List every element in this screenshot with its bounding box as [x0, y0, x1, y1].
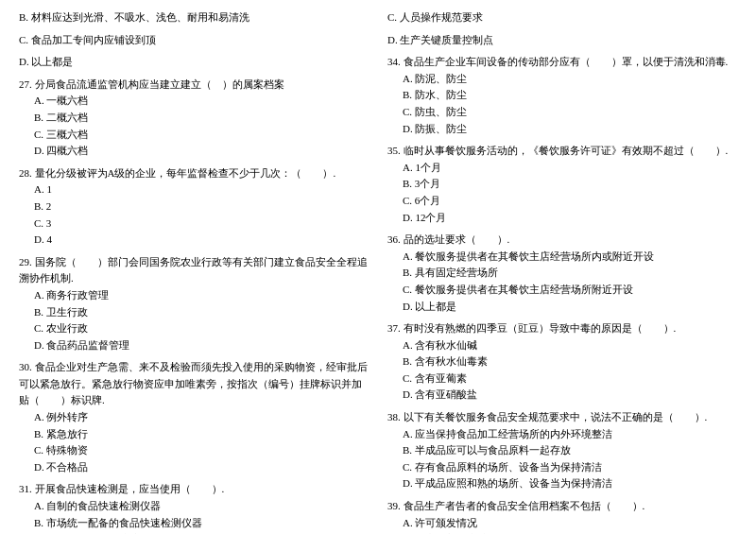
- question-text: 34. 食品生产企业车间设备的传动部分应有（ ）罩，以便于清洗和消毒.: [387, 54, 737, 71]
- question-block: 27. 分局食品流通监管机构应当建立建立（ ）的属案档案A. 一概六档B. 二概…: [19, 77, 369, 160]
- question-block: D. 生产关键质量控制点: [387, 32, 737, 49]
- question-text: 37. 有时没有熟燃的四季豆（豇豆）导致中毒的原因是（ ）.: [387, 320, 737, 337]
- two-column-layout: B. 材料应达到光滑、不吸水、浅色、耐用和易清洗C. 食品加工专间内应铺设到顶D…: [19, 9, 737, 534]
- option-text: A. 商务行政管理: [19, 287, 369, 304]
- option-text: A. 1个月: [387, 160, 737, 177]
- question-block: 39. 食品生产者告者的食品安全信用档案不包括（ ）.A. 许可颁发情况B. 日…: [387, 498, 737, 534]
- option-text: D. 防振、防尘: [387, 121, 737, 138]
- option-text: D. 食品药品监督管理: [19, 337, 369, 354]
- page-container: B. 材料应达到光滑、不吸水、浅色、耐用和易清洗C. 食品加工专间内应铺设到顶D…: [19, 9, 737, 534]
- option-text: A. 许可颁发情况: [387, 515, 737, 532]
- option-text: A. 含有秋水仙碱: [387, 337, 737, 354]
- option-text: C. 餐饮服务提供者在其餐饮主店经营场所附近开设: [387, 282, 737, 299]
- option-text: B. 市场统一配备的食品快速检测仪器: [19, 515, 369, 532]
- option-text: C. 农业行政: [19, 320, 369, 337]
- option-text: B. 具有固定经营场所: [387, 265, 737, 282]
- option-text: B. 紧急放行: [19, 426, 369, 443]
- option-text: B. 含有秋水仙毒素: [387, 353, 737, 370]
- option-text: B. 防水、防尘: [387, 87, 737, 104]
- question-text: 31. 开展食品快速检测是，应当使用（ ）.: [19, 481, 369, 498]
- question-text: 38. 以下有关餐饮服务食品安全规范要求中，说法不正确的是（ ）.: [387, 409, 737, 426]
- option-text: D. 四概六档: [19, 143, 369, 160]
- option-text: B. 二概六档: [19, 110, 369, 127]
- option-text: D. 不合格品: [19, 459, 369, 476]
- option-text: A. 餐饮服务提供者在其餐饮主店经营场所内或附近开设: [387, 249, 737, 266]
- question-block: 34. 食品生产企业车间设备的传动部分应有（ ）罩，以便于清洗和消毒.A. 防泥…: [387, 54, 737, 137]
- option-text: D. 以上都是: [387, 299, 737, 316]
- question-block: D. 以上都是: [19, 54, 369, 71]
- question-text: 29. 国务院（ ）部门会同国务院农业行政等有关部门建立食品安全全程追溯协作机制…: [19, 254, 369, 287]
- question-text: 36. 品的选址要求（ ）.: [387, 232, 737, 249]
- question-text: C. 食品加工专间内应铺设到顶: [19, 32, 369, 49]
- question-text: 30. 食品企业对生产急需、来不及检验而须先投入使用的采购物资，经审批后可以紧急…: [19, 359, 369, 409]
- question-text: C. 人员操作规范要求: [387, 9, 737, 26]
- option-text: A. 自制的食品快速检测仪器: [19, 498, 369, 515]
- option-text: D. 平成品应照和熟的场所、设备当为保持清洁: [387, 475, 737, 492]
- question-block: 30. 食品企业对生产急需、来不及检验而须先投入使用的采购物资，经审批后可以紧急…: [19, 359, 369, 475]
- question-text: 27. 分局食品流通监管机构应当建立建立（ ）的属案档案: [19, 77, 369, 94]
- right-column: C. 人员操作规范要求D. 生产关键质量控制点34. 食品生产企业车间设备的传动…: [387, 9, 737, 534]
- question-block: 36. 品的选址要求（ ）.A. 餐饮服务提供者在其餐饮主店经营场所内或附近开设…: [387, 232, 737, 315]
- question-block: 31. 开展食品快速检测是，应当使用（ ）.A. 自制的食品快速检测仪器B. 市…: [19, 481, 369, 534]
- question-text: 39. 食品生产者告者的食品安全信用档案不包括（ ）.: [387, 498, 737, 515]
- option-text: C. 6个月: [387, 193, 737, 210]
- option-text: B. 卫生行政: [19, 304, 369, 321]
- option-text: D. 12个月: [387, 210, 737, 227]
- question-block: C. 食品加工专间内应铺设到顶: [19, 32, 369, 49]
- option-text: D. 4: [19, 232, 369, 249]
- option-text: A. 防泥、防尘: [387, 71, 737, 88]
- question-block: C. 人员操作规范要求: [387, 9, 737, 26]
- question-text: 28. 量化分级被评为A级的企业，每年监督检查不少于几次：（ ）.: [19, 165, 369, 182]
- question-text: 35. 临时从事餐饮服务活动的，《餐饮服务许可证》有效期不超过（ ）.: [387, 143, 737, 160]
- option-text: D. 含有亚硝酸盐: [387, 387, 737, 404]
- question-text: B. 材料应达到光滑、不吸水、浅色、耐用和易清洗: [19, 9, 369, 26]
- question-block: 35. 临时从事餐饮服务活动的，《餐饮服务许可证》有效期不超过（ ）.A. 1个…: [387, 143, 737, 226]
- option-text: B. 2: [19, 198, 369, 215]
- left-column: B. 材料应达到光滑、不吸水、浅色、耐用和易清洗C. 食品加工专间内应铺设到顶D…: [19, 9, 369, 534]
- option-text: C. 三概六档: [19, 127, 369, 144]
- question-text: D. 生产关键质量控制点: [387, 32, 737, 49]
- option-text: B. 半成品应可以与食品原料一起存放: [387, 442, 737, 459]
- option-text: C. 含有亚葡素: [387, 370, 737, 388]
- option-text: A. 应当保持食品加工经营场所的内外环境整洁: [387, 426, 737, 443]
- question-block: B. 材料应达到光滑、不吸水、浅色、耐用和易清洗: [19, 9, 369, 26]
- option-text: C. 3: [19, 215, 369, 233]
- question-block: 38. 以下有关餐饮服务食品安全规范要求中，说法不正确的是（ ）.A. 应当保持…: [387, 409, 737, 492]
- question-block: 29. 国务院（ ）部门会同国务院农业行政等有关部门建立食品安全全程追溯协作机制…: [19, 254, 369, 354]
- option-text: C. 特殊物资: [19, 442, 369, 459]
- option-text: B. 3个月: [387, 176, 737, 193]
- option-text: A. 一概六档: [19, 93, 369, 110]
- question-block: 37. 有时没有熟燃的四季豆（豇豆）导致中毒的原因是（ ）.A. 含有秋水仙碱B…: [387, 320, 737, 404]
- option-text: C. 防虫、防尘: [387, 104, 737, 121]
- option-text: A. 例外转序: [19, 409, 369, 426]
- question-block: 28. 量化分级被评为A级的企业，每年监督检查不少于几次：（ ）.A. 1B. …: [19, 165, 369, 249]
- question-text: D. 以上都是: [19, 54, 369, 71]
- option-text: C. 存有食品原料的场所、设备当为保持清洁: [387, 459, 737, 476]
- option-text: A. 1: [19, 181, 369, 198]
